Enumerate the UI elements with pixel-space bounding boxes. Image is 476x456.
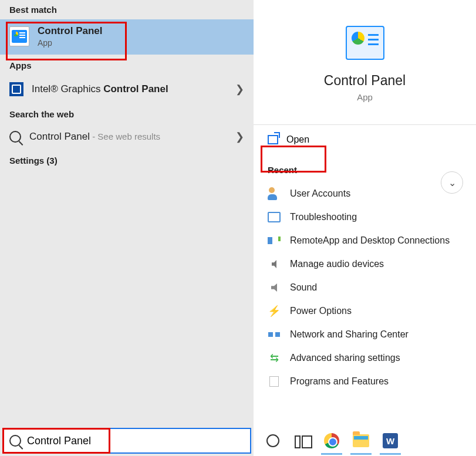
web-result-item[interactable]: Control Panel - See web results ❯ [0, 124, 254, 150]
recent-item-label: Sound [290, 282, 317, 293]
web-header: Search the web [0, 103, 254, 124]
recent-item-manage-audio[interactable]: Manage audio devices [268, 252, 462, 276]
apps-item-intel-graphics[interactable]: Intel® Graphics Control Panel ❯ [0, 75, 254, 103]
open-action[interactable]: Open [254, 125, 476, 154]
results-panel: Best match Control Panel App Apps Intel®… [0, 0, 254, 456]
troubleshooting-icon [268, 211, 281, 224]
control-panel-icon [346, 26, 384, 60]
recent-item-remoteapp[interactable]: RemoteApp and Desktop Connections [268, 229, 462, 252]
intel-graphics-icon [9, 82, 23, 96]
recent-item-label: Advanced sharing settings [290, 353, 400, 363]
best-match-title: Control Panel [38, 25, 103, 37]
expand-button[interactable]: ⌄ [441, 171, 463, 194]
search-icon [9, 131, 21, 143]
apps-header: Apps [0, 55, 254, 75]
chevron-down-icon: ⌄ [448, 177, 456, 188]
open-label: Open [286, 134, 309, 145]
task-view-button[interactable] [293, 432, 311, 450]
taskbar-search-box[interactable] [2, 428, 251, 454]
chrome-icon [324, 433, 339, 448]
recent-header: Recent [268, 165, 462, 175]
file-explorer-icon [353, 434, 369, 447]
best-match-subtitle: App [38, 38, 103, 48]
best-match-header: Best match [0, 0, 254, 19]
recent-block: Recent User Accounts Troubleshooting Rem… [254, 154, 476, 393]
recent-item-network-sharing[interactable]: Network and Sharing Center [268, 323, 462, 346]
recent-item-power-options[interactable]: Power Options [268, 299, 462, 323]
recent-item-label: RemoteApp and Desktop Connections [290, 235, 450, 246]
search-icon [9, 435, 21, 447]
recent-item-label: User Accounts [290, 188, 350, 199]
taskbar: W [254, 428, 476, 454]
app-hero: Control Panel App [254, 0, 476, 113]
preview-panel: Control Panel App Open ⌄ Recent User Acc… [254, 0, 476, 456]
taskbar-app-explorer[interactable] [352, 432, 370, 450]
recent-item-sound[interactable]: Sound [268, 276, 462, 299]
recent-item-label: Troubleshooting [290, 212, 357, 222]
settings-header: Settings (3) [0, 150, 254, 170]
sharing-icon [268, 352, 281, 364]
word-icon: W [383, 433, 398, 448]
recent-item-label: Manage audio devices [290, 259, 384, 269]
audio-icon [268, 258, 281, 271]
recent-item-label: Programs and Features [290, 376, 389, 387]
recent-item-programs-features[interactable]: Programs and Features [268, 370, 462, 393]
best-match-texts: Control Panel App [38, 25, 103, 48]
start-search-window: Best match Control Panel App Apps Intel®… [0, 0, 476, 456]
best-match-item[interactable]: Control Panel App [0, 19, 254, 55]
recent-item-label: Power Options [290, 306, 352, 316]
web-result-label: Control Panel - See web results [29, 131, 160, 143]
taskbar-app-word[interactable]: W [382, 432, 399, 450]
power-icon [268, 305, 281, 317]
taskbar-app-chrome[interactable] [323, 432, 340, 450]
search-input[interactable] [27, 435, 244, 447]
remoteapp-icon [268, 234, 281, 247]
hero-subtitle: App [254, 92, 476, 102]
open-icon [268, 135, 278, 144]
recent-item-troubleshooting[interactable]: Troubleshooting [268, 205, 462, 229]
apps-item-label: Intel® Graphics Control Panel [32, 83, 168, 95]
programs-icon [268, 375, 281, 388]
cortana-icon [266, 434, 279, 447]
recent-item-user-accounts[interactable]: User Accounts [268, 182, 462, 205]
cortana-button[interactable] [264, 432, 282, 450]
control-panel-icon [9, 26, 29, 46]
sound-icon [268, 281, 281, 294]
recent-item-label: Network and Sharing Center [290, 329, 409, 340]
network-icon [268, 328, 281, 341]
hero-title: Control Panel [254, 73, 476, 89]
recent-item-advanced-sharing[interactable]: Advanced sharing settings [268, 346, 462, 370]
chevron-right-icon[interactable]: ❯ [235, 130, 244, 143]
chevron-right-icon[interactable]: ❯ [235, 83, 244, 96]
user-accounts-icon [268, 187, 281, 200]
